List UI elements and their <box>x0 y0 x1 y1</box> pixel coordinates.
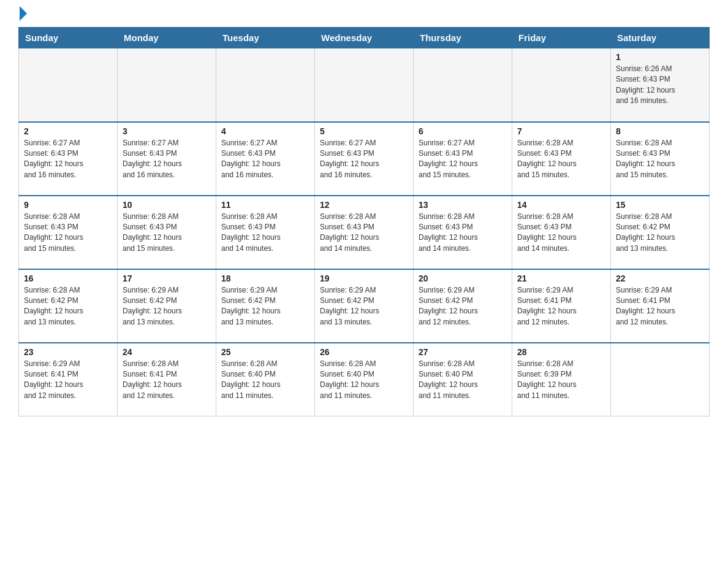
calendar-cell: 22Sunrise: 6:29 AM Sunset: 6:41 PM Dayli… <box>611 269 710 343</box>
calendar-cell: 21Sunrise: 6:29 AM Sunset: 6:41 PM Dayli… <box>512 269 611 343</box>
day-info: Sunrise: 6:28 AM Sunset: 6:43 PM Dayligh… <box>616 138 704 181</box>
day-of-week-header: Wednesday <box>315 28 414 48</box>
day-number: 6 <box>419 126 507 136</box>
day-info: Sunrise: 6:27 AM Sunset: 6:43 PM Dayligh… <box>221 138 309 181</box>
day-info: Sunrise: 6:28 AM Sunset: 6:40 PM Dayligh… <box>419 359 507 402</box>
day-info: Sunrise: 6:28 AM Sunset: 6:43 PM Dayligh… <box>320 212 408 255</box>
calendar-cell: 11Sunrise: 6:28 AM Sunset: 6:43 PM Dayli… <box>216 196 315 269</box>
calendar-week-row: 2Sunrise: 6:27 AM Sunset: 6:43 PM Daylig… <box>19 122 710 196</box>
calendar-cell <box>512 48 611 122</box>
calendar-cell: 26Sunrise: 6:28 AM Sunset: 6:40 PM Dayli… <box>315 343 414 416</box>
calendar-cell: 18Sunrise: 6:29 AM Sunset: 6:42 PM Dayli… <box>216 269 315 343</box>
day-of-week-header: Saturday <box>611 28 710 48</box>
calendar-cell: 13Sunrise: 6:28 AM Sunset: 6:43 PM Dayli… <box>414 196 512 269</box>
day-number: 16 <box>24 274 112 283</box>
day-number: 18 <box>221 274 309 283</box>
day-info: Sunrise: 6:27 AM Sunset: 6:43 PM Dayligh… <box>123 138 211 181</box>
day-number: 28 <box>517 347 605 357</box>
calendar-cell: 23Sunrise: 6:29 AM Sunset: 6:41 PM Dayli… <box>19 343 118 416</box>
day-number: 9 <box>24 200 112 210</box>
calendar-cell <box>414 48 512 122</box>
day-info: Sunrise: 6:28 AM Sunset: 6:42 PM Dayligh… <box>616 212 704 255</box>
day-number: 13 <box>419 200 507 210</box>
day-number: 2 <box>24 126 112 136</box>
day-info: Sunrise: 6:29 AM Sunset: 6:42 PM Dayligh… <box>221 285 309 328</box>
day-info: Sunrise: 6:28 AM Sunset: 6:40 PM Dayligh… <box>221 359 309 402</box>
day-number: 5 <box>320 126 408 136</box>
day-number: 25 <box>221 347 309 357</box>
calendar-cell: 7Sunrise: 6:28 AM Sunset: 6:43 PM Daylig… <box>512 122 611 196</box>
day-number: 10 <box>123 200 211 210</box>
day-number: 8 <box>616 126 704 136</box>
day-number: 21 <box>517 274 605 283</box>
calendar-cell: 28Sunrise: 6:28 AM Sunset: 6:39 PM Dayli… <box>512 343 611 416</box>
day-number: 12 <box>320 200 408 210</box>
day-number: 4 <box>221 126 309 136</box>
calendar-cell: 19Sunrise: 6:29 AM Sunset: 6:42 PM Dayli… <box>315 269 414 343</box>
day-info: Sunrise: 6:29 AM Sunset: 6:42 PM Dayligh… <box>419 285 507 328</box>
day-info: Sunrise: 6:29 AM Sunset: 6:41 PM Dayligh… <box>616 285 704 328</box>
calendar-cell <box>118 48 216 122</box>
day-of-week-header: Tuesday <box>216 28 315 48</box>
calendar-cell: 4Sunrise: 6:27 AM Sunset: 6:43 PM Daylig… <box>216 122 315 196</box>
calendar-header-row: SundayMondayTuesdayWednesdayThursdayFrid… <box>19 28 710 48</box>
day-info: Sunrise: 6:28 AM Sunset: 6:42 PM Dayligh… <box>24 285 112 328</box>
day-info: Sunrise: 6:27 AM Sunset: 6:43 PM Dayligh… <box>24 138 112 181</box>
calendar-week-row: 23Sunrise: 6:29 AM Sunset: 6:41 PM Dayli… <box>19 343 710 416</box>
day-of-week-header: Monday <box>118 28 216 48</box>
calendar-cell <box>315 48 414 122</box>
day-number: 27 <box>419 347 507 357</box>
calendar-cell: 6Sunrise: 6:27 AM Sunset: 6:43 PM Daylig… <box>414 122 512 196</box>
day-info: Sunrise: 6:29 AM Sunset: 6:42 PM Dayligh… <box>320 285 408 328</box>
calendar-cell: 3Sunrise: 6:27 AM Sunset: 6:43 PM Daylig… <box>118 122 216 196</box>
calendar-cell: 17Sunrise: 6:29 AM Sunset: 6:42 PM Dayli… <box>118 269 216 343</box>
calendar-cell <box>19 48 118 122</box>
day-info: Sunrise: 6:29 AM Sunset: 6:41 PM Dayligh… <box>24 359 112 402</box>
day-number: 11 <box>221 200 309 210</box>
day-number: 20 <box>419 274 507 283</box>
calendar-cell: 15Sunrise: 6:28 AM Sunset: 6:42 PM Dayli… <box>611 196 710 269</box>
calendar-cell: 12Sunrise: 6:28 AM Sunset: 6:43 PM Dayli… <box>315 196 414 269</box>
calendar-table: SundayMondayTuesdayWednesdayThursdayFrid… <box>18 27 710 416</box>
page-header <box>18 12 710 21</box>
day-number: 23 <box>24 347 112 357</box>
calendar-cell: 10Sunrise: 6:28 AM Sunset: 6:43 PM Dayli… <box>118 196 216 269</box>
calendar-cell: 14Sunrise: 6:28 AM Sunset: 6:43 PM Dayli… <box>512 196 611 269</box>
calendar-week-row: 9Sunrise: 6:28 AM Sunset: 6:43 PM Daylig… <box>19 196 710 269</box>
day-info: Sunrise: 6:28 AM Sunset: 6:43 PM Dayligh… <box>517 212 605 255</box>
day-info: Sunrise: 6:28 AM Sunset: 6:43 PM Dayligh… <box>517 138 605 181</box>
calendar-cell: 8Sunrise: 6:28 AM Sunset: 6:43 PM Daylig… <box>611 122 710 196</box>
day-info: Sunrise: 6:28 AM Sunset: 6:43 PM Dayligh… <box>221 212 309 255</box>
day-number: 15 <box>616 200 704 210</box>
logo <box>18 12 27 21</box>
calendar-week-row: 16Sunrise: 6:28 AM Sunset: 6:42 PM Dayli… <box>19 269 710 343</box>
day-info: Sunrise: 6:27 AM Sunset: 6:43 PM Dayligh… <box>320 138 408 181</box>
day-of-week-header: Thursday <box>414 28 512 48</box>
calendar-cell: 2Sunrise: 6:27 AM Sunset: 6:43 PM Daylig… <box>19 122 118 196</box>
day-of-week-header: Sunday <box>19 28 118 48</box>
day-number: 24 <box>123 347 211 357</box>
day-info: Sunrise: 6:28 AM Sunset: 6:43 PM Dayligh… <box>123 212 211 255</box>
day-info: Sunrise: 6:27 AM Sunset: 6:43 PM Dayligh… <box>419 138 507 181</box>
calendar-cell: 5Sunrise: 6:27 AM Sunset: 6:43 PM Daylig… <box>315 122 414 196</box>
calendar-week-row: 1Sunrise: 6:26 AM Sunset: 6:43 PM Daylig… <box>19 48 710 122</box>
day-number: 17 <box>123 274 211 283</box>
day-number: 14 <box>517 200 605 210</box>
logo-arrow-icon <box>20 6 27 21</box>
day-number: 26 <box>320 347 408 357</box>
day-of-week-header: Friday <box>512 28 611 48</box>
calendar-cell: 9Sunrise: 6:28 AM Sunset: 6:43 PM Daylig… <box>19 196 118 269</box>
day-number: 22 <box>616 274 704 283</box>
calendar-cell: 24Sunrise: 6:28 AM Sunset: 6:41 PM Dayli… <box>118 343 216 416</box>
day-info: Sunrise: 6:29 AM Sunset: 6:41 PM Dayligh… <box>517 285 605 328</box>
day-info: Sunrise: 6:28 AM Sunset: 6:39 PM Dayligh… <box>517 359 605 402</box>
day-info: Sunrise: 6:29 AM Sunset: 6:42 PM Dayligh… <box>123 285 211 328</box>
calendar-cell: 20Sunrise: 6:29 AM Sunset: 6:42 PM Dayli… <box>414 269 512 343</box>
day-number: 7 <box>517 126 605 136</box>
calendar-cell: 1Sunrise: 6:26 AM Sunset: 6:43 PM Daylig… <box>611 48 710 122</box>
day-info: Sunrise: 6:28 AM Sunset: 6:40 PM Dayligh… <box>320 359 408 402</box>
calendar-cell: 25Sunrise: 6:28 AM Sunset: 6:40 PM Dayli… <box>216 343 315 416</box>
day-info: Sunrise: 6:28 AM Sunset: 6:43 PM Dayligh… <box>419 212 507 255</box>
day-info: Sunrise: 6:28 AM Sunset: 6:43 PM Dayligh… <box>24 212 112 255</box>
day-info: Sunrise: 6:26 AM Sunset: 6:43 PM Dayligh… <box>616 64 704 107</box>
